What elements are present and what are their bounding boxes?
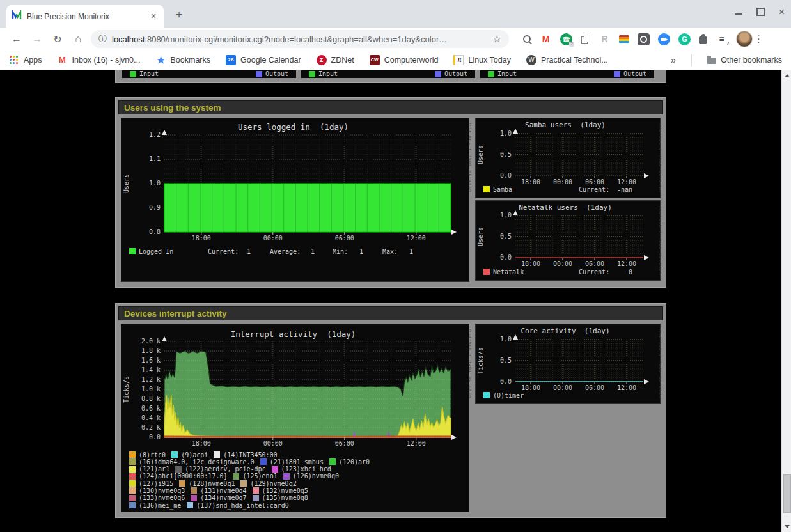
svg-text:06:00: 06:00 [335,235,354,242]
legend-text: 0 [604,269,632,276]
svg-text:18:00: 18:00 [192,235,211,242]
legend-swatch [179,480,185,487]
copy-icon[interactable] [581,35,590,44]
scroll-up-icon[interactable] [785,74,790,77]
zoom-icon[interactable] [658,33,670,45]
bookmark-star-icon[interactable]: ☆ [493,33,501,45]
legend-swatch [614,71,620,77]
back-icon[interactable]: ← [9,31,24,47]
svg-text:0.9: 0.9 [149,204,161,211]
legend-item: (133)nvme0q6 [129,494,185,501]
bookmark-label: Apps [24,56,42,65]
reload-icon[interactable]: ↻ [50,31,65,47]
legend-item: (14)INT3450:00 [214,451,277,458]
new-tab-button[interactable]: + [171,8,187,22]
legend-row: (130)nvme0q3(131)nvme0q4(132)nvme0q5 [129,487,466,494]
keeper-icon[interactable] [638,33,650,45]
bookmark-google-calendar[interactable]: 28Google Calendar [226,55,301,65]
svg-text:Ticks/s: Ticks/s [477,347,484,374]
svg-text:0.4 k: 0.4 k [141,414,161,421]
bookmark-bookmarks[interactable]: ★Bookmarks [156,55,211,65]
legend-swatch [129,458,136,465]
legend-text: 1 [247,248,251,255]
chart-netatalk-users[interactable]: 1.00.50.018:0000:0006:0012:00Netatalk us… [475,200,661,281]
svg-text:Interrupt activity (1day): Interrupt activity (1day) [231,329,356,339]
section-partial-network-graphs: InputOutputInputOutputInputOutput [115,70,666,83]
phone-icon[interactable]: ☎ [560,33,572,45]
home-icon[interactable]: ⌂ [70,31,86,47]
chart-core-activity[interactable]: 1.00.50.018:0000:0006:0012:00Core activi… [475,324,661,404]
legend-item: (130)nvme0q3 [129,487,185,494]
legend-text: Min: [333,248,348,255]
legend-text: Current: [208,248,239,255]
svg-text:1.4 k: 1.4 k [141,366,161,373]
browser-menu-icon[interactable]: ⋮ [754,33,764,45]
gmail-icon[interactable]: M [540,33,552,45]
svg-text:00:00: 00:00 [553,384,572,391]
svg-text:12:00: 12:00 [617,260,636,267]
legend-row: (133)nvme0q6(134)nvme0q7(135)nvme0q8 [129,495,466,501]
other-bookmarks[interactable]: Other bookmarks [707,56,782,65]
legend-swatch [435,71,441,77]
profile-avatar[interactable] [736,31,753,47]
extension-icons: M☎RG≡ [523,33,728,45]
legend-swatch [283,473,290,480]
puzzle-icon[interactable] [699,36,707,44]
legend-swatch [253,487,259,494]
legend-swatch [272,466,278,473]
folder-icon [707,58,716,64]
bookmarks-overflow-icon[interactable]: » [671,54,676,65]
tab-strip: Blue Precision Monitorix × + × [0,0,791,28]
search-icon[interactable] [523,35,531,43]
star-blue-icon: ★ [156,55,166,65]
chart-samba-users[interactable]: 1.00.50.018:0000:0006:0012:00Samba users… [475,118,661,198]
address-bar[interactable]: ⓘ localhost:8080/monitorix-cgi/monitorix… [91,30,509,48]
legend-swatch [260,458,267,465]
page-info-icon[interactable]: ⓘ [98,33,107,45]
svg-text:Netatalk users (1day): Netatalk users (1day) [519,203,612,212]
scrollbar[interactable] [781,70,791,532]
bookmark-apps[interactable]: Apps [9,55,42,65]
legend-item: Input [309,70,338,77]
other-bookmarks-label: Other bookmarks [721,56,782,65]
browser-window: Blue Precision Monitorix × + × ← → ↻ ⌂ ⓘ… [0,0,791,532]
svg-text:12:00: 12:00 [617,178,636,185]
apps-grid-icon [9,55,19,65]
browser-tab[interactable]: Blue Precision Monitorix × [6,5,164,28]
bookmark-inbox-16-sjvn0-[interactable]: MInbox (16) - sjvn0... [58,55,141,65]
partial-network-graph-2[interactable]: InputOutput [480,70,654,78]
legend-swatch [191,495,197,501]
tab-close-icon[interactable]: × [148,12,159,22]
bookmark-zdnet[interactable]: ZZDNet [317,55,354,65]
bookmark-computerworld[interactable]: CWComputerworld [370,55,439,65]
bookmark-practical-technol-[interactable]: WPractical Technol... [526,55,608,65]
maximize-icon[interactable] [756,8,765,16]
chart-interrupt-activity[interactable]: 2.0 k1.8 k1.6 k1.4 k1.2 k1.0 k0.8 k0.6 k… [121,324,469,512]
minimize-icon[interactable] [735,13,742,15]
partial-network-graph-0[interactable]: InputOutput [122,70,296,78]
bookmark-linux-today[interactable]: ltLinux Today [453,55,511,65]
legend-swatch [240,480,247,487]
grammarly-icon[interactable]: G [678,33,691,45]
interrupt-legend: (8)rtc0(9)acpi(14)INT3450:00(16)idma64.0… [129,451,466,509]
legend-swatch [214,451,220,458]
r-icon[interactable]: R [599,33,611,45]
window-close-icon[interactable]: × [779,8,785,16]
chart-users-logged-in[interactable]: 1.21.11.00.90.818:0000:0006:0012:00Users… [121,118,469,282]
bookmark-label: Inbox (16) - sjvn0... [72,56,141,65]
forward-icon[interactable]: → [29,31,45,47]
legend-swatch [129,248,136,255]
svg-text:1.8 k: 1.8 k [141,347,161,354]
legend-swatch [129,466,136,473]
scroll-down-icon[interactable] [785,525,790,528]
partial-network-graph-1[interactable]: InputOutput [301,70,475,78]
playlist-icon[interactable]: ≡ [716,33,728,45]
wordpress-icon: W [526,55,536,65]
scrollbar-thumb[interactable] [783,474,791,513]
svg-text:06:00: 06:00 [585,260,604,267]
legend-swatch [309,71,315,77]
legend-swatch [129,473,136,480]
svg-text:1.0: 1.0 [500,212,512,219]
legend-text: -nan [604,186,632,193]
books-icon[interactable] [619,35,629,43]
